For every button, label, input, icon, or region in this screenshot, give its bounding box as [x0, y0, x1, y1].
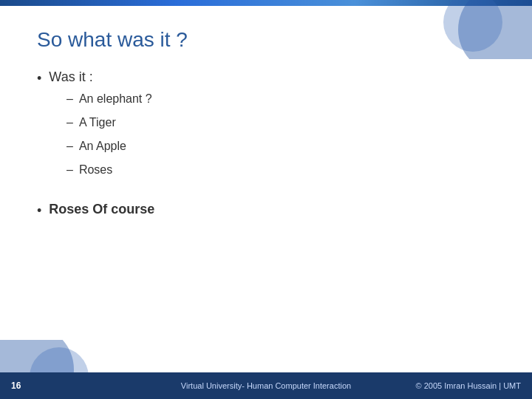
sub-bullet-text-4: Roses: [79, 163, 112, 177]
bullet-text-2-strong: Roses Of course: [49, 202, 154, 216]
footer: 16 Virtual University- Human Computer In…: [0, 372, 532, 399]
bullet-text-1: Was it :: [49, 69, 92, 85]
sub-bullet-text-3: An Apple: [79, 140, 126, 153]
sub-bullet-2: – A Tiger: [66, 116, 495, 129]
footer-right-text: © 2005 Imran Hussain | UMT: [416, 381, 521, 390]
bullet-section-1: • Was it : – An elephant ? – A Tiger – A…: [37, 69, 495, 187]
footer-page-number: 16: [11, 381, 21, 391]
bullet-dot-1: •: [37, 71, 41, 86]
bullet-dot-2: •: [37, 203, 41, 219]
sub-dash-4: –: [66, 163, 73, 177]
sub-bullet-3: – An Apple: [66, 140, 495, 153]
slide: So what was it ? • Was it : – An elephan…: [0, 0, 532, 399]
sub-dash-2: –: [66, 116, 73, 129]
sub-bullet-1: – An elephant ?: [66, 92, 495, 106]
bullet-main-1: • Was it :: [37, 69, 495, 86]
sub-bullet-text-1: An elephant ?: [79, 92, 152, 106]
sub-dash-1: –: [66, 92, 73, 106]
sub-bullet-4: – Roses: [66, 163, 495, 177]
bullet-section-2: • Roses Of course: [37, 202, 495, 225]
sub-dash-3: –: [66, 140, 73, 153]
bullet-main-2: • Roses Of course: [37, 202, 495, 219]
top-decoration: [414, 0, 532, 59]
sub-bullets-1: – An elephant ? – A Tiger – An Apple – R…: [66, 92, 495, 177]
bullet-text-2: Roses Of course: [49, 202, 154, 217]
footer-center-text: Virtual University- Human Computer Inter…: [181, 381, 351, 390]
sub-bullet-text-2: A Tiger: [79, 116, 116, 129]
